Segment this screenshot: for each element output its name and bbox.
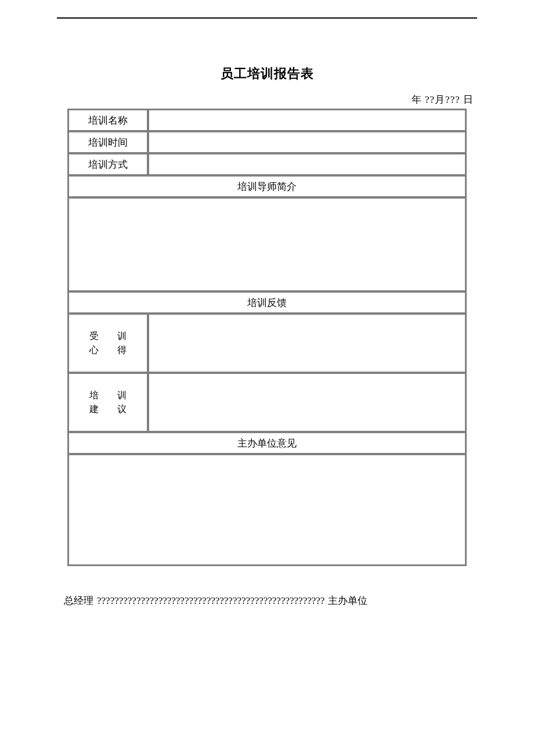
char: 训 [108, 388, 136, 402]
section-organizer-opinion: 主办单位意见 [68, 433, 466, 453]
char: 得 [108, 343, 136, 357]
footer-signature-line: 总经理?????????????????????????????????????… [64, 594, 470, 607]
table-row: 受 训 心 得 [68, 314, 466, 372]
char: 培 [80, 388, 108, 402]
char: 训 [108, 329, 136, 343]
section-instructor-intro: 培训导师简介 [68, 176, 466, 197]
label-training-method: 培训方式 [68, 154, 147, 175]
table-row: 培训导师简介 [68, 176, 466, 197]
training-report-table: 培训名称 培训时间 培训方式 培训导师简介 培训反馈 受 训 [67, 109, 467, 566]
label-training-time: 培训时间 [68, 132, 147, 153]
value-training-suggestion[interactable] [149, 373, 466, 431]
table-row: 培训时间 [68, 132, 466, 153]
footer-placeholder: ????????????????????????????????????????… [97, 595, 324, 606]
table-row: 培训名称 [68, 110, 466, 131]
page-title: 员工培训报告表 [52, 65, 482, 82]
top-horizontal-rule [57, 17, 477, 19]
table-row: 主办单位意见 [68, 433, 466, 453]
label-training-name: 培训名称 [68, 110, 147, 131]
footer-org-label: 主办单位 [328, 595, 367, 606]
value-training-time[interactable] [149, 132, 466, 153]
char: 心 [80, 343, 108, 357]
label-training-suggestion: 培 训 建 议 [68, 373, 147, 431]
table-row [68, 455, 466, 565]
table-row: 培训方式 [68, 154, 466, 175]
table-row: 培 训 建 议 [68, 373, 466, 431]
organizer-opinion-content[interactable] [68, 455, 466, 565]
value-training-method[interactable] [149, 154, 466, 175]
char: 建 [80, 402, 108, 416]
value-training-name[interactable] [149, 110, 466, 131]
table-row [68, 198, 466, 291]
instructor-intro-content[interactable] [68, 198, 466, 291]
value-trainee-notes[interactable] [149, 314, 466, 372]
footer-gm-label: 总经理 [64, 595, 93, 606]
label-trainee-notes: 受 训 心 得 [68, 314, 147, 372]
char: 议 [108, 402, 136, 416]
char: 受 [80, 329, 108, 343]
date-line: 年 ??月??? 日 [52, 93, 482, 106]
table-row: 培训反馈 [68, 292, 466, 313]
section-feedback: 培训反馈 [68, 292, 466, 313]
